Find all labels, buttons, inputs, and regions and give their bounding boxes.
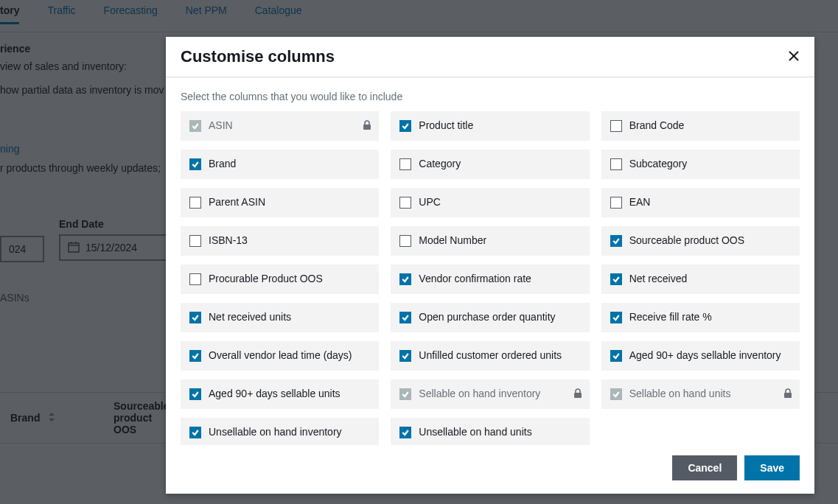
lock-icon [573, 388, 582, 401]
column-label: Open purchase order quantity [419, 311, 580, 324]
modal-footer: Cancel Save [166, 445, 814, 494]
column-label: Subcategory [629, 158, 791, 171]
column-option[interactable]: Subcategory [601, 150, 800, 179]
column-option[interactable]: Brand [181, 150, 379, 179]
checkbox[interactable] [399, 197, 411, 209]
column-option[interactable]: Net received units [181, 303, 379, 332]
columns-grid: ASINProduct titleBrand CodeBrandCategory… [181, 111, 800, 445]
checkbox[interactable] [610, 235, 622, 247]
close-icon [788, 53, 800, 64]
column-option[interactable]: Overall vendor lead time (days) [181, 341, 379, 371]
column-option[interactable]: Aged 90+ days sellable inventory [601, 341, 800, 371]
modal-title: Customise columns [181, 47, 335, 66]
column-label: EAN [629, 196, 791, 209]
column-label: Vendor confirmation rate [419, 273, 580, 286]
modal-header: Customise columns [166, 37, 814, 77]
column-option[interactable]: Category [391, 150, 589, 179]
column-option[interactable]: Parent ASIN [181, 188, 379, 217]
column-option[interactable]: Aged 90+ days sellable units [181, 379, 379, 409]
checkbox[interactable] [610, 273, 622, 285]
checkbox[interactable] [189, 158, 201, 170]
checkbox[interactable] [189, 427, 201, 438]
lock-icon [783, 388, 792, 401]
checkbox [399, 388, 411, 400]
column-option[interactable]: Vendor confirmation rate [391, 265, 589, 294]
checkbox[interactable] [189, 312, 201, 323]
svg-rect-6 [363, 125, 371, 130]
column-label: Brand Code [629, 119, 791, 133]
column-label: Aged 90+ days sellable inventory [629, 349, 791, 363]
column-label: Procurable Product OOS [209, 273, 370, 286]
column-label: Unsellable on hand units [419, 426, 580, 439]
svg-rect-8 [784, 393, 792, 398]
checkbox[interactable] [189, 235, 201, 247]
svg-rect-7 [574, 393, 582, 398]
checkbox[interactable] [399, 427, 411, 438]
checkbox[interactable] [399, 312, 411, 323]
column-label: Aged 90+ days sellable units [209, 388, 370, 401]
checkbox[interactable] [610, 312, 622, 323]
column-label: Brand [209, 158, 370, 171]
column-option[interactable]: EAN [601, 188, 800, 217]
column-label: Parent ASIN [209, 196, 370, 209]
column-label: Net received units [209, 311, 370, 324]
column-option[interactable]: Open purchase order quantity [391, 303, 589, 332]
column-label: Category [419, 158, 580, 171]
column-option[interactable]: Model Number [391, 226, 589, 256]
checkbox[interactable] [189, 273, 201, 285]
column-label: Model Number [419, 234, 580, 248]
column-label: Unfilled customer ordered units [419, 349, 580, 363]
column-option[interactable]: Sourceable product OOS [601, 226, 800, 256]
checkbox[interactable] [399, 235, 411, 247]
column-option[interactable]: Product title [391, 111, 589, 141]
column-option[interactable]: Unsellable on hand inventory [181, 418, 379, 445]
checkbox [610, 388, 622, 400]
checkbox[interactable] [610, 158, 622, 170]
column-option[interactable]: UPC [391, 188, 589, 217]
modal-body: Select the columns that you would like t… [166, 77, 814, 445]
checkbox[interactable] [399, 120, 411, 132]
column-label: Unsellable on hand inventory [209, 426, 370, 439]
column-label: Receive fill rate % [629, 311, 791, 324]
column-label: UPC [419, 196, 580, 209]
column-option[interactable]: Net received [601, 265, 800, 294]
customise-columns-modal: Customise columns Select the columns tha… [166, 37, 814, 494]
column-label: Sellable on hand inventory [419, 388, 580, 401]
checkbox[interactable] [610, 197, 622, 209]
column-option[interactable]: ISBN-13 [181, 226, 379, 256]
column-label: Product title [419, 119, 580, 133]
column-label: ASIN [209, 119, 370, 133]
checkbox[interactable] [399, 350, 411, 362]
close-button[interactable] [788, 50, 800, 64]
column-option: Sellable on hand units [601, 379, 800, 409]
column-label: Sourceable product OOS [629, 234, 791, 248]
column-option: ASIN [181, 111, 379, 141]
column-option: Sellable on hand inventory [391, 379, 589, 409]
modal-instructions: Select the columns that you would like t… [181, 91, 800, 102]
save-button[interactable]: Save [744, 455, 800, 480]
lock-icon [363, 120, 371, 133]
column-option[interactable]: Receive fill rate % [601, 303, 800, 332]
column-option[interactable]: Procurable Product OOS [181, 265, 379, 294]
checkbox [189, 120, 201, 132]
checkbox[interactable] [610, 350, 622, 362]
cancel-button[interactable]: Cancel [672, 455, 737, 480]
column-option[interactable]: Brand Code [601, 111, 800, 141]
column-label: Net received [629, 273, 791, 286]
checkbox[interactable] [189, 388, 201, 400]
column-label: ISBN-13 [209, 234, 370, 248]
column-label: Overall vendor lead time (days) [209, 349, 370, 363]
checkbox[interactable] [189, 197, 201, 209]
checkbox[interactable] [189, 350, 201, 362]
column-label: Sellable on hand units [629, 388, 791, 401]
checkbox[interactable] [610, 120, 622, 132]
modal-overlay: Customise columns Select the columns tha… [0, 0, 838, 504]
column-option[interactable]: Unsellable on hand units [391, 418, 589, 445]
column-option[interactable]: Unfilled customer ordered units [391, 341, 589, 371]
checkbox[interactable] [399, 158, 411, 170]
checkbox[interactable] [399, 273, 411, 285]
